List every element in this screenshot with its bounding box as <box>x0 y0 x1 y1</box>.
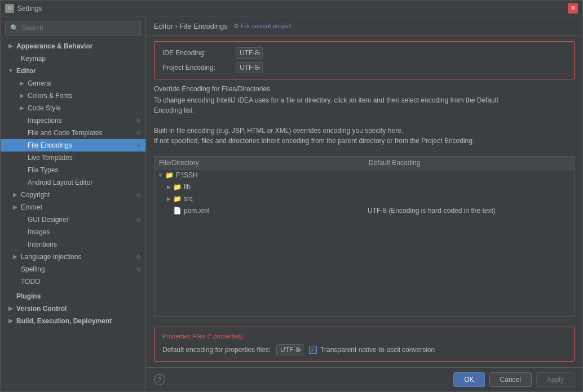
sidebar-item-label: Code Style <box>28 104 61 112</box>
close-button[interactable]: ✕ <box>568 3 578 14</box>
encoding-cell <box>364 181 574 193</box>
cancel-button[interactable]: Cancel <box>489 372 532 387</box>
sidebar-item-label: Android Layout Editor <box>28 179 92 186</box>
expand-arrow: ▶ <box>7 318 14 324</box>
ide-encoding-label: IDE Encoding: <box>162 49 236 57</box>
file-cell: ▶ 📄 pom.xml <box>154 205 364 216</box>
expand-arrow <box>19 117 25 124</box>
file-cell: ▶ 📁 lib <box>154 181 364 193</box>
folder-icon: 📁 <box>173 183 182 191</box>
panel-header: Editor › File Encodings ⚙ For current pr… <box>146 16 582 35</box>
ide-encoding-dropdown-wrapper: UTF-8 <box>236 47 263 59</box>
sidebar-item-file-types[interactable]: File Types <box>1 164 145 176</box>
file-cell: ▼ 📁 F:\SSH <box>154 170 364 181</box>
file-name: F:\SSH <box>176 171 198 179</box>
file-tree-header: File/Directory Default Encoding <box>154 157 574 170</box>
sidebar-item-build-execution[interactable]: ▶ Build, Execution, Deployment <box>1 315 145 327</box>
sidebar-item-editor[interactable]: ▼ Editor <box>1 65 145 77</box>
sidebar-item-label: Copyright <box>21 191 50 199</box>
expand-arrow <box>19 241 25 248</box>
sidebar-item-version-control[interactable]: ▶ Version Control <box>1 302 145 315</box>
expand-arrow <box>12 266 19 273</box>
encoding-cell <box>364 170 574 181</box>
sidebar-item-label: Inspections <box>28 117 62 124</box>
sidebar-item-label: File and Code Templates <box>28 129 103 137</box>
expand-arrow: ▶ <box>19 105 25 112</box>
sidebar-item-keymap[interactable]: Keymap <box>1 52 145 65</box>
sidebar-item-copyright[interactable]: ▶ Copyright ⚙ <box>1 189 145 201</box>
sidebar-item-spelling[interactable]: Spelling ⚙ <box>1 263 145 275</box>
expand-arrow: ▼ <box>7 68 14 74</box>
override-desc: To change encoding IntelliJ IDEA uses fo… <box>154 95 575 146</box>
expand-arrow <box>19 154 25 161</box>
project-encoding-dropdown[interactable]: UTF-8 <box>236 62 263 73</box>
sidebar-item-todo[interactable]: TODO <box>1 275 145 288</box>
sidebar-item-android-layout-editor[interactable]: Android Layout Editor <box>1 176 145 189</box>
expand-arrow: ▶ <box>19 92 25 99</box>
sidebar-item-general[interactable]: ▶ General <box>1 77 145 90</box>
encoding-cell: UTF-8 (Encoding is hard-coded in the tex… <box>364 205 574 216</box>
tree-expand-arrow[interactable]: ▶ <box>167 184 171 190</box>
sidebar-item-label: Plugins <box>16 292 41 300</box>
sidebar-item-code-style[interactable]: ▶ Code Style <box>1 102 145 114</box>
expand-arrow <box>19 216 25 223</box>
override-desc4: If not specified, files and directories … <box>154 137 474 145</box>
project-link[interactable]: ⚙ For current project <box>233 23 292 30</box>
sidebar-item-label: TODO <box>21 278 40 286</box>
table-row[interactable]: ▼ 📁 F:\SSH <box>154 170 574 181</box>
sidebar-item-label: Live Templates <box>28 154 73 162</box>
properties-encoding-dropdown[interactable]: UTF-8 <box>276 344 303 355</box>
settings-icon: ⚙ <box>136 254 141 260</box>
checkbox-label: Transparent native-to-ascii conversion <box>320 346 435 354</box>
main-content: 🔍 ▶ Appearance & Behavior Keymap ▼ Edito… <box>1 16 582 391</box>
sidebar-item-label: Keymap <box>21 55 46 63</box>
table-row[interactable]: ▶ 📁 lib <box>154 181 574 193</box>
sidebar-item-label: General <box>28 79 52 87</box>
table-row[interactable]: ▶ 📁 src <box>154 193 574 205</box>
sidebar-item-inspections[interactable]: Inspections ⚙ <box>1 114 145 127</box>
expand-arrow <box>7 293 14 300</box>
col-header-file: File/Directory <box>154 157 364 169</box>
help-button[interactable]: ? <box>154 374 165 385</box>
override-desc3: Built-in file encoding (e.g. JSP, HTML o… <box>154 127 403 135</box>
sidebar-item-intentions[interactable]: Intentions <box>1 238 145 251</box>
sidebar-item-colors-fonts[interactable]: ▶ Colors & Fonts <box>1 90 145 102</box>
sidebar-item-file-encodings[interactable]: File Encodings ⚙ <box>1 139 145 152</box>
sidebar-item-images[interactable]: Images <box>1 226 145 238</box>
search-input[interactable] <box>22 24 136 32</box>
settings-icon: ⚙ <box>136 217 141 223</box>
tree-expand-arrow[interactable]: ▶ <box>167 196 171 202</box>
settings-icon: ⚙ <box>136 118 141 124</box>
search-box[interactable]: 🔍 <box>5 21 141 35</box>
ok-button[interactable]: OK <box>453 372 484 387</box>
sidebar-item-label: GUI Designer <box>28 216 69 224</box>
settings-icon: ⚙ <box>136 192 141 198</box>
sidebar-item-appearance-behavior[interactable]: ▶ Appearance & Behavior <box>1 40 145 52</box>
properties-label: Properties Files (*.properties) <box>162 333 566 340</box>
sidebar-item-emmet[interactable]: ▶ Emmet <box>1 201 145 213</box>
expand-arrow: ▶ <box>7 305 14 312</box>
panel-body: IDE Encoding: UTF-8 Project Encoding: UT… <box>146 35 582 367</box>
override-section: Override Encoding for Files/Directories … <box>154 85 575 150</box>
sidebar-item-live-templates[interactable]: Live Templates <box>1 152 145 164</box>
col-header-encoding: Default Encoding <box>364 157 574 169</box>
sidebar-item-label: Build, Execution, Deployment <box>16 317 112 325</box>
ide-encoding-dropdown[interactable]: UTF-8 <box>236 47 263 59</box>
override-title: Override Encoding for Files/Directories <box>154 85 575 93</box>
sidebar-item-label: Images <box>28 228 50 236</box>
right-panel: Editor › File Encodings ⚙ For current pr… <box>146 16 582 391</box>
folder-icon: 📁 <box>173 195 182 203</box>
sidebar-item-file-code-templates[interactable]: File and Code Templates ⚙ <box>1 127 145 139</box>
sidebar-item-language-injections[interactable]: ▶ Language Injections ⚙ <box>1 251 145 263</box>
expand-arrow <box>19 142 25 149</box>
table-row[interactable]: ▶ 📄 pom.xml UTF-8 (Encoding is hard-code… <box>154 205 574 217</box>
override-desc2: Encoding list. <box>154 106 194 114</box>
sidebar-item-plugins[interactable]: Plugins <box>1 290 145 302</box>
ide-encoding-row: IDE Encoding: UTF-8 <box>162 47 566 59</box>
transparent-checkbox[interactable]: ✓ <box>309 346 317 354</box>
apply-button[interactable]: Apply <box>536 372 575 387</box>
expand-arrow: ▶ <box>12 204 19 211</box>
tree-expand-arrow[interactable]: ▼ <box>158 172 163 178</box>
sidebar-item-label: Version Control <box>16 305 67 313</box>
sidebar-item-gui-designer[interactable]: GUI Designer ⚙ <box>1 213 145 226</box>
